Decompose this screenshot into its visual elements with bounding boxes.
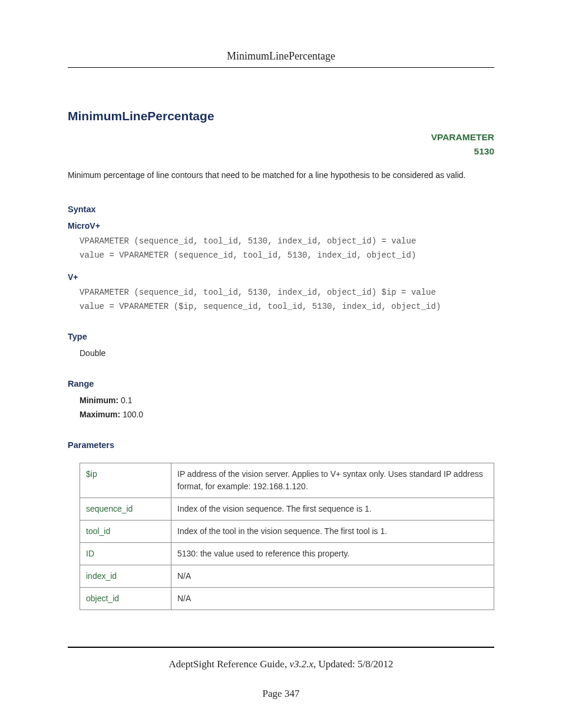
range-min-label: Minimum: (80, 396, 118, 405)
table-row: sequence_idIndex of the vision sequence.… (80, 498, 494, 520)
table-row: index_idN/A (80, 565, 494, 587)
range-max-value: 100.0 (123, 410, 143, 419)
param-desc: IP address of the vision server. Applies… (171, 463, 494, 498)
footer-version: , v3.2.x (285, 658, 313, 670)
vparameter-badge: VPARAMETER 5130 (68, 130, 494, 159)
vparameter-code: 5130 (474, 146, 494, 156)
parameters-table: $ipIP address of the vision server. Appl… (80, 463, 494, 610)
table-row: object_idN/A (80, 587, 494, 610)
type-heading: Type (68, 332, 494, 341)
microv-heading: MicroV+ (68, 221, 494, 230)
param-name: object_id (80, 587, 171, 610)
param-name: ID (80, 542, 171, 565)
param-desc: Index of the vision sequence. The first … (171, 498, 494, 520)
range-min: Minimum: 0.1 (80, 396, 494, 405)
table-row: $ipIP address of the vision server. Appl… (80, 463, 494, 498)
param-name: tool_id (80, 520, 171, 542)
param-name: index_id (80, 565, 171, 587)
range-heading: Range (68, 379, 494, 388)
vparameter-label: VPARAMETER (431, 132, 494, 142)
page-title: MinimumLinePercentage (68, 109, 494, 123)
table-row: ID5130: the value used to reference this… (80, 542, 494, 565)
range-max-label: Maximum: (80, 410, 120, 419)
range-max: Maximum: 100.0 (80, 410, 494, 419)
parameters-heading: Parameters (68, 440, 494, 450)
page-number: Page 347 (68, 688, 494, 700)
microv-code: VPARAMETER (sequence_id, tool_id, 5130, … (80, 234, 494, 263)
footer-guide: AdeptSight Reference Guide (169, 658, 285, 670)
param-desc: 5130: the value used to reference this p… (171, 542, 494, 565)
param-desc: Index of the tool in the vision sequence… (171, 520, 494, 542)
page-footer: AdeptSight Reference Guide, v3.2.x, Upda… (68, 647, 494, 700)
header-topic: MinimumLinePercentage (68, 50, 494, 68)
param-name: $ip (80, 463, 171, 498)
table-row: tool_idIndex of the tool in the vision s… (80, 520, 494, 542)
param-desc: N/A (171, 565, 494, 587)
type-value: Double (80, 348, 494, 358)
vplus-code: VPARAMETER (sequence_id, tool_id, 5130, … (80, 285, 494, 314)
vplus-heading: V+ (68, 272, 494, 282)
intro-text: Minimum percentage of line contours that… (68, 169, 494, 182)
footer-updated: , Updated: 5/8/2012 (313, 658, 394, 670)
param-desc: N/A (171, 587, 494, 610)
param-name: sequence_id (80, 498, 171, 520)
syntax-heading: Syntax (68, 205, 494, 214)
range-min-value: 0.1 (121, 396, 132, 405)
